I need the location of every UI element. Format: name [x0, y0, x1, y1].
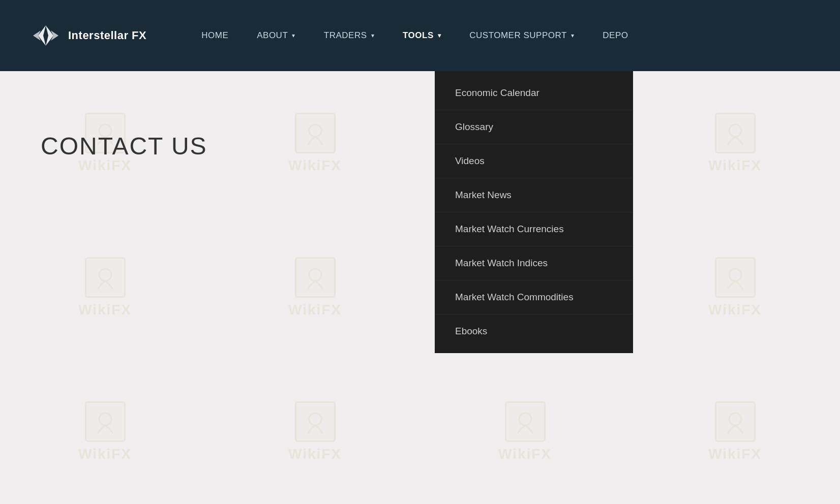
chevron-down-icon: ▾ [371, 32, 375, 39]
svg-point-5 [309, 124, 321, 137]
svg-point-14 [519, 413, 531, 425]
watermark-cell: WikiFX [0, 215, 210, 360]
dropdown-item-market-watch-currencies[interactable]: Market Watch Currencies [435, 212, 633, 246]
watermark-cell: WikiFX [630, 71, 840, 215]
dropdown-item-glossary[interactable]: Glossary [435, 110, 633, 144]
dropdown-item-market-news[interactable]: Market News [435, 178, 633, 212]
svg-marker-1 [46, 25, 53, 46]
svg-point-13 [309, 413, 321, 425]
tools-dropdown-menu: Economic Calendar Glossary Videos Market… [435, 71, 633, 353]
nav-home[interactable]: HOME [187, 0, 243, 71]
watermark-cell: WikiFX [420, 360, 630, 504]
dropdown-item-market-watch-indices[interactable]: Market Watch Indices [435, 246, 633, 280]
nav-traders[interactable]: TRADERS ▾ [310, 0, 388, 71]
watermark-cell: WikiFX [630, 360, 840, 504]
nav-about[interactable]: ABOUT ▾ [243, 0, 310, 71]
svg-point-7 [729, 124, 741, 137]
svg-point-11 [729, 269, 741, 281]
chevron-down-icon: ▾ [571, 32, 575, 39]
dropdown-item-ebooks[interactable]: Ebooks [435, 314, 633, 348]
nav-depo[interactable]: DEPO [588, 0, 642, 71]
logo-text: Interstellar FX [68, 29, 146, 42]
watermark-cell: WikiFX [0, 360, 210, 504]
logo-area[interactable]: Interstellar FX [31, 23, 146, 48]
logo-icon [31, 23, 61, 48]
nav-tools[interactable]: TOOLS ▾ [388, 0, 455, 71]
dropdown-item-videos[interactable]: Videos [435, 144, 633, 178]
watermark-cell: WikiFX [210, 215, 420, 360]
svg-point-9 [309, 269, 321, 281]
watermark-cell: WikiFX [630, 215, 840, 360]
svg-marker-0 [38, 25, 46, 46]
main-content: WikiFX WikiFX WikiFX [0, 71, 840, 504]
watermark-cell: WikiFX [210, 360, 420, 504]
page-title: CONTACT US [41, 132, 207, 160]
main-nav: HOME ABOUT ▾ TRADERS ▾ TOOLS ▾ CUSTOMER … [187, 0, 809, 71]
chevron-down-icon: ▾ [438, 32, 441, 39]
nav-customer-support[interactable]: CUSTOMER SUPPORT ▾ [455, 0, 588, 71]
dropdown-item-economic-calendar[interactable]: Economic Calendar [435, 76, 633, 110]
svg-point-15 [729, 413, 741, 425]
dropdown-item-market-watch-commodities[interactable]: Market Watch Commodities [435, 280, 633, 314]
svg-point-8 [99, 269, 111, 281]
watermark-cell: WikiFX [210, 71, 420, 215]
header: Interstellar FX HOME ABOUT ▾ TRADERS ▾ T… [0, 0, 840, 71]
chevron-down-icon: ▾ [292, 32, 295, 39]
svg-point-12 [99, 413, 111, 425]
